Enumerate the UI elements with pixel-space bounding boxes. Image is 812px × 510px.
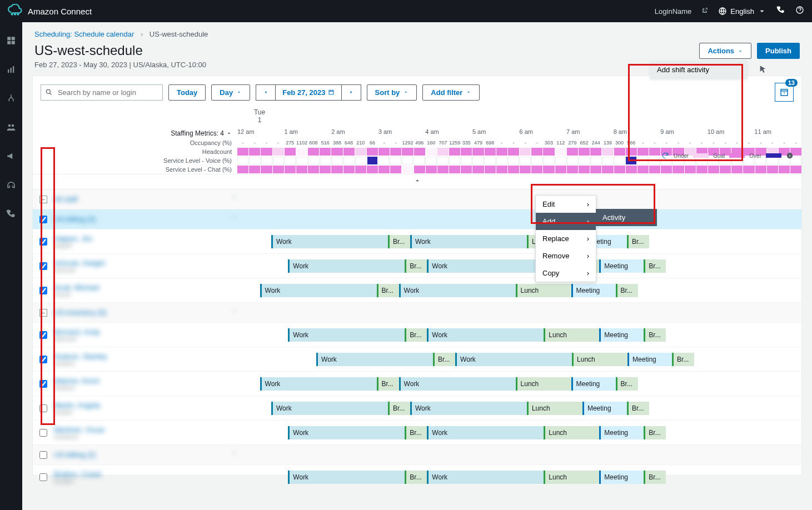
globe-icon <box>718 7 727 16</box>
svg-point-2 <box>17 13 18 14</box>
app-name: Amazon Connect <box>28 7 649 16</box>
external-link-icon[interactable] <box>701 6 708 16</box>
connect-logo-icon <box>8 4 22 18</box>
phone-icon[interactable] <box>776 6 785 17</box>
chevron-down-icon <box>758 7 766 16</box>
language-label: English <box>730 7 754 16</box>
login-name: LoginName <box>655 7 692 16</box>
topbar: Amazon Connect LoginName English <box>0 0 812 22</box>
svg-point-0 <box>12 13 13 14</box>
svg-point-1 <box>14 13 16 14</box>
language-selector[interactable]: English <box>718 7 766 16</box>
help-icon[interactable] <box>795 6 804 17</box>
